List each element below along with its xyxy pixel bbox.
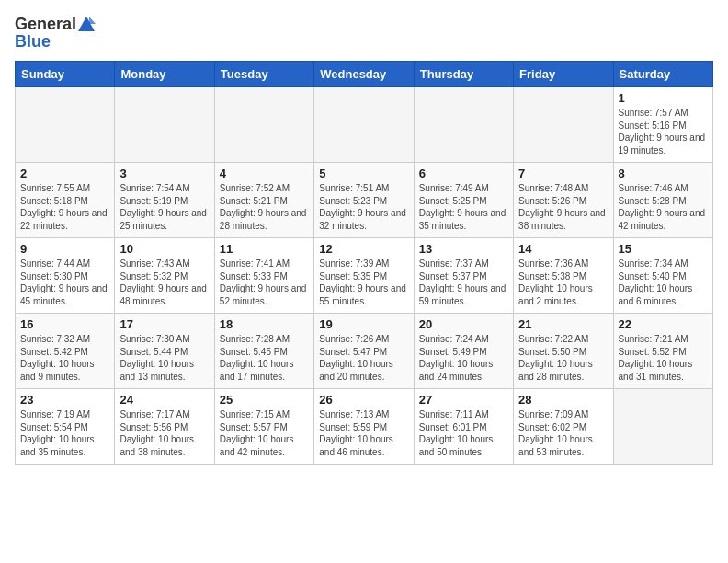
calendar-cell: 6Sunrise: 7:49 AM Sunset: 5:25 PM Daylig… <box>414 163 513 238</box>
day-info: Sunrise: 7:13 AM Sunset: 5:59 PM Dayligh… <box>319 408 408 458</box>
logo-general-text: General <box>15 15 76 34</box>
calendar-cell: 21Sunrise: 7:22 AM Sunset: 5:50 PM Dayli… <box>514 314 613 389</box>
day-info: Sunrise: 7:49 AM Sunset: 5:25 PM Dayligh… <box>419 182 508 232</box>
day-number: 19 <box>319 317 408 331</box>
day-info: Sunrise: 7:36 AM Sunset: 5:38 PM Dayligh… <box>518 258 608 307</box>
day-number: 3 <box>119 167 209 180</box>
day-number: 2 <box>20 167 109 180</box>
day-header-saturday: Saturday <box>613 62 712 87</box>
day-header-tuesday: Tuesday <box>214 62 313 87</box>
day-header-friday: Friday <box>514 62 613 87</box>
calendar-cell: 8Sunrise: 7:46 AM Sunset: 5:28 PM Daylig… <box>613 163 712 238</box>
day-info: Sunrise: 7:21 AM Sunset: 5:52 PM Dayligh… <box>619 333 708 383</box>
day-number: 28 <box>518 393 608 407</box>
day-info: Sunrise: 7:11 AM Sunset: 6:01 PM Dayligh… <box>419 408 508 458</box>
calendar-table: SundayMondayTuesdayWednesdayThursdayFrid… <box>15 61 713 465</box>
calendar-week-4: 16Sunrise: 7:32 AM Sunset: 5:42 PM Dayli… <box>16 314 713 389</box>
calendar-cell: 24Sunrise: 7:17 AM Sunset: 5:56 PM Dayli… <box>115 389 214 465</box>
day-info: Sunrise: 7:55 AM Sunset: 5:18 PM Dayligh… <box>20 182 109 232</box>
calendar-cell: 18Sunrise: 7:28 AM Sunset: 5:45 PM Dayli… <box>214 314 313 389</box>
svg-marker-1 <box>89 17 96 24</box>
calendar-cell: 10Sunrise: 7:43 AM Sunset: 5:32 PM Dayli… <box>115 238 214 314</box>
day-number: 25 <box>220 393 309 407</box>
day-info: Sunrise: 7:51 AM Sunset: 5:23 PM Dayligh… <box>319 182 408 232</box>
day-info: Sunrise: 7:48 AM Sunset: 5:26 PM Dayligh… <box>518 182 608 232</box>
calendar-cell: 15Sunrise: 7:34 AM Sunset: 5:40 PM Dayli… <box>613 238 712 314</box>
calendar-cell: 28Sunrise: 7:09 AM Sunset: 6:02 PM Dayli… <box>514 389 613 465</box>
day-header-monday: Monday <box>115 62 214 87</box>
day-info: Sunrise: 7:37 AM Sunset: 5:37 PM Dayligh… <box>419 258 508 307</box>
day-number: 15 <box>619 242 708 256</box>
day-header-wednesday: Wednesday <box>314 62 414 87</box>
day-number: 23 <box>20 393 109 407</box>
day-info: Sunrise: 7:30 AM Sunset: 5:44 PM Dayligh… <box>119 333 209 383</box>
day-number: 17 <box>119 317 209 331</box>
day-number: 10 <box>119 242 209 256</box>
day-info: Sunrise: 7:19 AM Sunset: 5:54 PM Dayligh… <box>20 408 109 458</box>
day-info: Sunrise: 7:24 AM Sunset: 5:49 PM Dayligh… <box>419 333 508 383</box>
day-number: 7 <box>518 167 608 180</box>
day-info: Sunrise: 7:43 AM Sunset: 5:32 PM Dayligh… <box>119 258 209 307</box>
calendar-cell: 11Sunrise: 7:41 AM Sunset: 5:33 PM Dayli… <box>214 238 313 314</box>
day-number: 11 <box>220 242 309 256</box>
calendar-cell: 17Sunrise: 7:30 AM Sunset: 5:44 PM Dayli… <box>115 314 214 389</box>
calendar-cell: 7Sunrise: 7:48 AM Sunset: 5:26 PM Daylig… <box>514 163 613 238</box>
day-number: 20 <box>419 317 508 331</box>
day-header-thursday: Thursday <box>414 62 513 87</box>
calendar-cell: 3Sunrise: 7:54 AM Sunset: 5:19 PM Daylig… <box>115 163 214 238</box>
day-number: 27 <box>419 393 508 407</box>
calendar-cell: 4Sunrise: 7:52 AM Sunset: 5:21 PM Daylig… <box>214 163 313 238</box>
day-info: Sunrise: 7:52 AM Sunset: 5:21 PM Dayligh… <box>220 182 309 232</box>
day-number: 4 <box>220 167 309 180</box>
calendar-week-2: 2Sunrise: 7:55 AM Sunset: 5:18 PM Daylig… <box>16 163 713 238</box>
logo: General Blue <box>15 15 96 52</box>
calendar-cell: 19Sunrise: 7:26 AM Sunset: 5:47 PM Dayli… <box>314 314 414 389</box>
calendar-cell: 14Sunrise: 7:36 AM Sunset: 5:38 PM Dayli… <box>514 238 613 314</box>
day-number: 6 <box>419 167 508 180</box>
day-info: Sunrise: 7:17 AM Sunset: 5:56 PM Dayligh… <box>119 408 209 458</box>
calendar-cell: 13Sunrise: 7:37 AM Sunset: 5:37 PM Dayli… <box>414 238 513 314</box>
calendar-cell: 27Sunrise: 7:11 AM Sunset: 6:01 PM Dayli… <box>414 389 513 465</box>
calendar-cell: 23Sunrise: 7:19 AM Sunset: 5:54 PM Dayli… <box>16 389 115 465</box>
day-info: Sunrise: 7:26 AM Sunset: 5:47 PM Dayligh… <box>319 333 408 383</box>
day-number: 5 <box>319 167 408 180</box>
calendar-cell: 26Sunrise: 7:13 AM Sunset: 5:59 PM Dayli… <box>314 389 414 465</box>
calendar-cell <box>214 87 313 163</box>
day-number: 26 <box>319 393 408 407</box>
day-number: 21 <box>518 317 608 331</box>
day-number: 18 <box>220 317 309 331</box>
day-info: Sunrise: 7:22 AM Sunset: 5:50 PM Dayligh… <box>518 333 608 383</box>
calendar-cell <box>514 87 613 163</box>
day-number: 16 <box>20 317 109 331</box>
calendar-cell: 20Sunrise: 7:24 AM Sunset: 5:49 PM Dayli… <box>414 314 513 389</box>
page-header: General Blue <box>15 15 713 52</box>
logo-blue-text: Blue <box>15 32 96 52</box>
calendar-cell: 16Sunrise: 7:32 AM Sunset: 5:42 PM Dayli… <box>16 314 115 389</box>
day-info: Sunrise: 7:41 AM Sunset: 5:33 PM Dayligh… <box>220 258 309 307</box>
day-number: 22 <box>619 317 708 331</box>
calendar-cell: 2Sunrise: 7:55 AM Sunset: 5:18 PM Daylig… <box>16 163 115 238</box>
day-number: 24 <box>119 393 209 407</box>
day-info: Sunrise: 7:39 AM Sunset: 5:35 PM Dayligh… <box>319 258 408 307</box>
calendar-header-row: SundayMondayTuesdayWednesdayThursdayFrid… <box>16 62 713 87</box>
calendar-week-5: 23Sunrise: 7:19 AM Sunset: 5:54 PM Dayli… <box>16 389 713 465</box>
day-number: 8 <box>619 167 708 180</box>
day-info: Sunrise: 7:28 AM Sunset: 5:45 PM Dayligh… <box>220 333 309 383</box>
calendar-cell <box>16 87 115 163</box>
calendar-week-3: 9Sunrise: 7:44 AM Sunset: 5:30 PM Daylig… <box>16 238 713 314</box>
day-number: 1 <box>619 91 708 105</box>
calendar-week-1: 1Sunrise: 7:57 AM Sunset: 5:16 PM Daylig… <box>16 87 713 163</box>
day-info: Sunrise: 7:09 AM Sunset: 6:02 PM Dayligh… <box>518 408 608 458</box>
calendar-cell: 12Sunrise: 7:39 AM Sunset: 5:35 PM Dayli… <box>314 238 414 314</box>
calendar-cell <box>613 389 712 465</box>
day-number: 12 <box>319 242 408 256</box>
day-info: Sunrise: 7:34 AM Sunset: 5:40 PM Dayligh… <box>619 258 708 307</box>
calendar-cell <box>414 87 513 163</box>
day-info: Sunrise: 7:32 AM Sunset: 5:42 PM Dayligh… <box>20 333 109 383</box>
calendar-cell: 25Sunrise: 7:15 AM Sunset: 5:57 PM Dayli… <box>214 389 313 465</box>
day-number: 9 <box>20 242 109 256</box>
calendar-cell: 9Sunrise: 7:44 AM Sunset: 5:30 PM Daylig… <box>16 238 115 314</box>
calendar-cell: 1Sunrise: 7:57 AM Sunset: 5:16 PM Daylig… <box>613 87 712 163</box>
day-info: Sunrise: 7:46 AM Sunset: 5:28 PM Dayligh… <box>619 182 708 232</box>
day-info: Sunrise: 7:57 AM Sunset: 5:16 PM Dayligh… <box>619 107 708 156</box>
